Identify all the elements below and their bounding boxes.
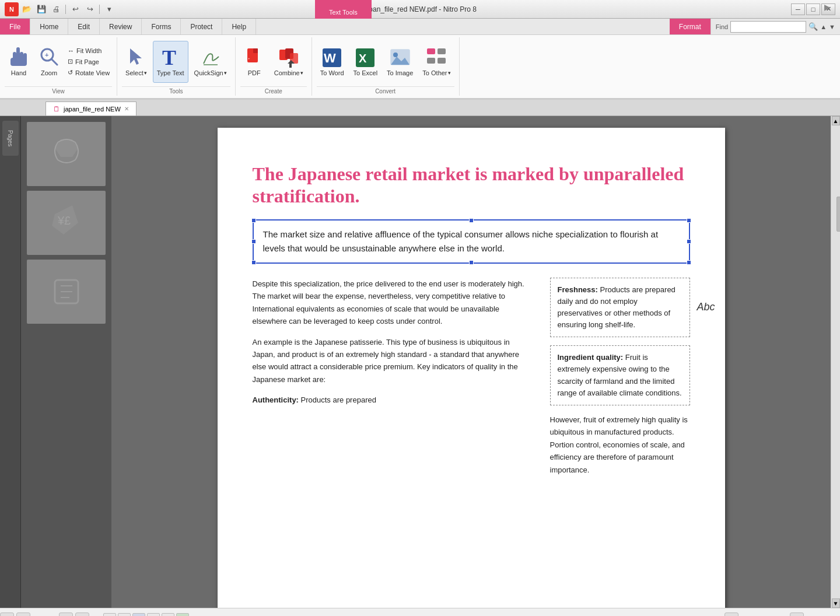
save-button[interactable]: 💾 bbox=[35, 3, 48, 16]
tools-buttons: Select ▾ T Type Text bbox=[122, 37, 230, 86]
text-tools-tab[interactable]: Text Tools bbox=[315, 0, 372, 19]
find-input[interactable] bbox=[730, 21, 806, 33]
next-page-button[interactable]: ▶ bbox=[59, 612, 73, 617]
thumbnail-2[interactable]: ¥£ bbox=[27, 191, 106, 255]
handle-top-right[interactable] bbox=[687, 218, 691, 223]
handle-top-left[interactable] bbox=[251, 218, 256, 223]
selected-text-box[interactable]: The market size and relative affluence o… bbox=[253, 219, 690, 264]
scroll-thumb[interactable] bbox=[836, 197, 841, 232]
vertical-scrollbar[interactable]: ▲ ▼ bbox=[831, 116, 840, 608]
reading-mode-button[interactable]: ▶ bbox=[176, 613, 189, 617]
zoom-out-button[interactable]: − bbox=[724, 612, 738, 617]
tab-forms[interactable]: Forms bbox=[142, 19, 181, 34]
single-page-view-button[interactable]: □ bbox=[103, 613, 116, 617]
type-text-label: Type Text bbox=[157, 69, 184, 76]
handle-mid-left[interactable] bbox=[251, 239, 256, 244]
handle-top-mid[interactable] bbox=[469, 218, 474, 223]
hand-label: Hand bbox=[11, 69, 26, 76]
type-text-button[interactable]: T Type Text bbox=[153, 41, 188, 83]
tab-home[interactable]: Home bbox=[30, 19, 68, 34]
thumbnail-1[interactable] bbox=[27, 122, 106, 186]
full-screen-button[interactable]: ⊟ bbox=[162, 613, 174, 617]
page-navigation-next: ▶ ⏭ bbox=[59, 612, 89, 617]
tab-scroll-right[interactable]: ▶ bbox=[824, 2, 831, 12]
customize-button[interactable]: ▾ bbox=[103, 3, 116, 16]
svg-text:+: + bbox=[248, 57, 250, 60]
handle-mid-right[interactable] bbox=[687, 239, 691, 244]
rotate-view-icon: ↺ bbox=[68, 69, 73, 76]
to-other-button[interactable]: To Other ▾ bbox=[419, 41, 454, 83]
facing-view-button[interactable]: ⋮⋮ bbox=[147, 613, 160, 617]
left-para-2: An example is the Japanese patisserie. T… bbox=[253, 336, 534, 386]
open-button[interactable]: 📂 bbox=[20, 3, 33, 16]
tab-help[interactable]: Help bbox=[222, 19, 256, 34]
handle-bot-right[interactable] bbox=[687, 260, 691, 265]
to-word-button[interactable]: W To Word bbox=[317, 41, 348, 83]
pdf-label: PDF bbox=[248, 69, 261, 76]
svg-marker-8 bbox=[130, 48, 142, 65]
nitro-logo: N bbox=[5, 2, 19, 16]
prev-page-button[interactable]: ◀ bbox=[16, 612, 30, 617]
handle-bot-left[interactable] bbox=[251, 260, 256, 265]
to-excel-icon: X bbox=[355, 47, 376, 68]
redo-button[interactable]: ↪ bbox=[83, 3, 96, 16]
zoom-button[interactable]: + Zoom bbox=[35, 41, 63, 83]
document-tab[interactable]: 🗒 japan_file_red NEW ✕ bbox=[46, 102, 136, 116]
tab-bar: 🗒 japan_file_red NEW ✕ ▶ bbox=[0, 100, 840, 116]
svg-rect-12 bbox=[253, 48, 258, 53]
left-para-3: Authenticity: Products are prepared bbox=[253, 394, 534, 406]
pdf-right-column: Freshness: Products are prepared daily a… bbox=[550, 278, 690, 484]
last-page-button[interactable]: ⏭ bbox=[75, 612, 89, 617]
svg-rect-27 bbox=[427, 48, 435, 54]
svg-text:W: W bbox=[324, 51, 336, 65]
find-label: Find bbox=[716, 23, 728, 30]
scroll-down-button[interactable]: ▼ bbox=[832, 598, 840, 608]
maximize-button[interactable]: □ bbox=[806, 4, 820, 15]
scroll-up-button[interactable]: ▲ bbox=[832, 116, 840, 125]
select-button[interactable]: Select ▾ bbox=[122, 41, 150, 83]
pages-panel-toggle[interactable]: Pages bbox=[2, 121, 19, 156]
create-buttons: PDF + PDF bbox=[240, 37, 307, 86]
hand-button[interactable]: Hand bbox=[5, 41, 33, 83]
hand-icon bbox=[8, 47, 29, 68]
pdf-icon: PDF + bbox=[244, 47, 265, 68]
freshness-box: Freshness: Products are prepared daily a… bbox=[550, 278, 690, 338]
fit-page-button[interactable]: ⊡ Fit Page bbox=[65, 57, 112, 66]
thumbnail-3[interactable] bbox=[27, 260, 106, 324]
svg-rect-4 bbox=[10, 58, 27, 66]
tab-file[interactable]: File bbox=[0, 19, 30, 34]
find-prev-icon[interactable]: ▲ bbox=[820, 23, 827, 30]
combine-button[interactable]: Combine ▾ bbox=[271, 41, 307, 83]
tab-edit[interactable]: Edit bbox=[68, 19, 100, 34]
zoom-area: − + 100% bbox=[724, 612, 828, 617]
to-image-button[interactable]: To Image bbox=[383, 41, 416, 83]
tab-review[interactable]: Review bbox=[100, 19, 142, 34]
first-page-button[interactable]: ⏮ bbox=[0, 612, 14, 617]
find-search-icon[interactable]: 🔍 bbox=[808, 22, 818, 31]
tab-filename: japan_file_red NEW bbox=[64, 106, 121, 113]
minimize-button[interactable]: ─ bbox=[791, 4, 805, 15]
tab-close-button[interactable]: ✕ bbox=[124, 106, 129, 112]
handle-bot-mid[interactable] bbox=[469, 260, 474, 265]
page-canvas-area[interactable]: The Japanese retail market is marked by … bbox=[111, 116, 831, 608]
tab-protect[interactable]: Protect bbox=[181, 19, 222, 34]
tab-format[interactable]: Format bbox=[670, 19, 711, 34]
select-icon bbox=[125, 47, 146, 68]
selected-paragraph-text: The market size and relative affluence o… bbox=[263, 228, 680, 256]
pdf-button[interactable]: PDF + PDF bbox=[240, 41, 268, 83]
sidebar: Pages bbox=[0, 116, 21, 608]
find-next-icon[interactable]: ▼ bbox=[829, 23, 835, 30]
view-small-buttons: ↔ Fit Width ⊡ Fit Page ↺ Rotate View bbox=[65, 46, 112, 78]
undo-button[interactable]: ↩ bbox=[69, 3, 82, 16]
type-text-icon: T bbox=[160, 47, 181, 68]
to-excel-button[interactable]: X To Excel bbox=[350, 41, 382, 83]
continuous-view-button[interactable]: ⊞ bbox=[132, 613, 145, 617]
quicksign-button[interactable]: QuickSign ▾ bbox=[191, 41, 230, 83]
rotate-view-button[interactable]: ↺ Rotate View bbox=[65, 68, 112, 78]
ribbon-tabs: File Home Edit Review Forms Protect Help… bbox=[0, 19, 840, 35]
window-title: japan_file_red NEW.pdf - Nitro Pro 8 bbox=[363, 5, 477, 13]
zoom-in-button[interactable]: + bbox=[790, 612, 804, 617]
two-page-view-button[interactable]: ▦ bbox=[118, 613, 131, 617]
print-button[interactable]: 🖨 bbox=[50, 3, 62, 16]
fit-width-button[interactable]: ↔ Fit Width bbox=[65, 46, 112, 55]
